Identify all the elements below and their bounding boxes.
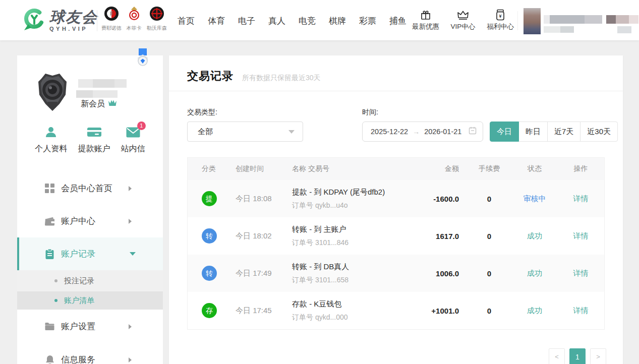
status-badge: 成功 bbox=[527, 306, 542, 315]
quick-link-profile[interactable]: 个人资料 bbox=[35, 125, 67, 154]
menu-account-center[interactable]: 账户中心 bbox=[17, 205, 163, 237]
site-logo[interactable]: 球友会 QYH.VIP bbox=[23, 8, 98, 33]
transaction-type-select[interactable]: 全部 bbox=[187, 122, 303, 142]
sidebar-quick-links: 个人资料 提款账户 1 站内信 bbox=[17, 125, 163, 154]
menu-member-center-home[interactable]: 会员中心首页 bbox=[17, 172, 163, 205]
details-link[interactable]: 详情 bbox=[573, 269, 589, 277]
user-account-area-blurred[interactable] bbox=[522, 8, 621, 34]
quick-link-withdraw-account[interactable]: 提款账户 bbox=[78, 125, 110, 154]
cell-name-txid: 转账 - 到 DB真人 订单号 3101...658 bbox=[292, 262, 406, 285]
date-range-picker[interactable]: 2025-12-22 → 2026-01-21 bbox=[362, 122, 483, 142]
transaction-name: 存款 - K豆钱包 bbox=[292, 299, 401, 309]
range-7days-button[interactable]: 近7天 bbox=[547, 122, 580, 142]
blur-block bbox=[617, 26, 631, 33]
transaction-type-badge: 提 bbox=[202, 191, 217, 206]
page-subtitle: 所有数据只保留最近30天 bbox=[242, 74, 321, 83]
nav-home[interactable]: 首页 bbox=[178, 15, 195, 27]
submenu-betting-records[interactable]: 投注记录 bbox=[17, 270, 163, 291]
order-number: 订单号 qykb...u4o bbox=[292, 201, 401, 210]
cell-created-time: 今日 18:08 bbox=[236, 194, 292, 204]
feyenoord-logo-icon: F bbox=[104, 6, 119, 23]
menu-label: 账户记录 bbox=[61, 248, 95, 260]
logo-subtitle: QYH.VIP bbox=[49, 26, 98, 32]
chevron-right-icon bbox=[129, 357, 132, 362]
benfica-logo-icon bbox=[127, 6, 142, 23]
quick-link-messages[interactable]: 1 站内信 bbox=[121, 125, 145, 154]
cell-fee: 0 bbox=[467, 307, 512, 315]
order-number: 订单号 qykd...000 bbox=[292, 313, 401, 322]
nav-lottery[interactable]: 彩票 bbox=[359, 15, 376, 27]
transaction-type-badge: 转 bbox=[202, 266, 217, 281]
nav-vip-center[interactable]: VIP中心 bbox=[448, 8, 478, 31]
member-level: 新会员 bbox=[81, 99, 117, 109]
submenu-account-statement[interactable]: 账户清单 bbox=[17, 291, 163, 310]
menu-label: 账户设置 bbox=[61, 321, 95, 332]
header-category: 分类 bbox=[188, 164, 236, 173]
divider bbox=[517, 11, 518, 30]
nav-promotions-label: 最新优惠 bbox=[412, 22, 439, 31]
member-level-label: 新会员 bbox=[81, 99, 105, 109]
menu-label: 账户中心 bbox=[61, 215, 95, 227]
details-link[interactable]: 详情 bbox=[573, 306, 589, 315]
header-created-time: 创建时间 bbox=[236, 164, 292, 173]
prev-page-button[interactable]: < bbox=[549, 348, 565, 364]
sponsor-label: 勒沃库森 bbox=[147, 25, 167, 31]
nav-cards[interactable]: 棋牌 bbox=[329, 15, 346, 27]
nav-promotions[interactable]: 最新优惠 bbox=[411, 8, 441, 31]
sponsor-benfica: 本菲卡 bbox=[123, 6, 145, 32]
nav-slots[interactable]: 电子 bbox=[238, 15, 255, 27]
details-link[interactable]: 详情 bbox=[573, 194, 589, 203]
transaction-name: 转账 - 到 DB真人 bbox=[292, 262, 401, 272]
page-1-button[interactable]: 1 bbox=[569, 348, 586, 364]
gift-icon bbox=[420, 8, 431, 21]
nav-live[interactable]: 真人 bbox=[268, 15, 285, 27]
cell-name-txid: 存款 - K豆钱包 订单号 qykd...000 bbox=[292, 299, 406, 322]
crown-icon bbox=[457, 8, 469, 21]
range-yesterday-button[interactable]: 昨日 bbox=[518, 122, 548, 142]
username-blurred bbox=[76, 90, 118, 98]
blur-block bbox=[606, 15, 638, 24]
sponsor-feyenoord: F 费耶诺德 bbox=[100, 6, 123, 32]
time-label: 时间: bbox=[362, 108, 378, 117]
table-row: 转 今日 18:02 转账 - 到 主账户 订单号 3101...846 161… bbox=[188, 217, 604, 255]
range-30days-button[interactable]: 近30天 bbox=[580, 122, 618, 142]
bullet-icon bbox=[54, 279, 57, 282]
cell-amount: 1006.0 bbox=[406, 269, 467, 278]
cell-amount: 1617.0 bbox=[406, 232, 467, 240]
unread-count-badge: 1 bbox=[137, 122, 146, 130]
sidebar: 新会员 个人资料 提款账户 bbox=[17, 55, 163, 364]
transaction-type-badge: 存 bbox=[202, 303, 217, 318]
nav-fishing[interactable]: 捕鱼 bbox=[389, 15, 406, 27]
sponsor-label: 费耶诺德 bbox=[101, 25, 122, 31]
quick-link-label: 个人资料 bbox=[35, 144, 67, 154]
details-link[interactable]: 详情 bbox=[573, 231, 589, 240]
calendar-icon bbox=[469, 127, 477, 137]
status-badge: 成功 bbox=[527, 231, 542, 240]
order-number: 订单号 3101...658 bbox=[292, 276, 401, 285]
cell-created-time: 今日 18:02 bbox=[236, 231, 292, 241]
transaction-type-label: 交易类型: bbox=[187, 108, 217, 117]
submenu-label: 投注记录 bbox=[64, 276, 94, 286]
table-header-row: 分类 创建时间 名称 交易号 金额 手续费 状态 操作 bbox=[188, 158, 604, 180]
menu-label: 信息服务 bbox=[61, 354, 95, 364]
cell-amount: -1600.0 bbox=[406, 195, 467, 203]
menu-account-settings[interactable]: 账户设置 bbox=[17, 310, 163, 343]
nav-welfare-center[interactable]: ¥ 福利中心 bbox=[485, 8, 515, 31]
menu-account-records[interactable]: 账户记录 bbox=[17, 237, 163, 270]
menu-message-service[interactable]: 信息服务 bbox=[17, 343, 163, 364]
grid-icon bbox=[45, 184, 54, 193]
jar-icon: ¥ bbox=[495, 8, 505, 21]
submenu-label: 账户清单 bbox=[64, 296, 94, 306]
quick-range-buttons: 今日 昨日 近7天 近30天 bbox=[490, 122, 618, 142]
pagination: < 1 > bbox=[549, 348, 606, 364]
cell-name-txid: 转账 - 到 主账户 订单号 3101...846 bbox=[292, 225, 406, 248]
page-title: 交易记录 bbox=[187, 69, 234, 84]
folder-icon bbox=[45, 322, 54, 331]
nav-sports[interactable]: 体育 bbox=[208, 15, 225, 27]
next-page-button[interactable]: > bbox=[590, 348, 606, 364]
range-today-button[interactable]: 今日 bbox=[490, 122, 519, 142]
date-start: 2025-12-22 bbox=[371, 128, 408, 136]
nav-esports[interactable]: 电竞 bbox=[299, 15, 316, 27]
caret-down-icon bbox=[130, 252, 136, 256]
nav-icon-links: 最新优惠 VIP中心 ¥ 福利中心 bbox=[411, 8, 515, 31]
